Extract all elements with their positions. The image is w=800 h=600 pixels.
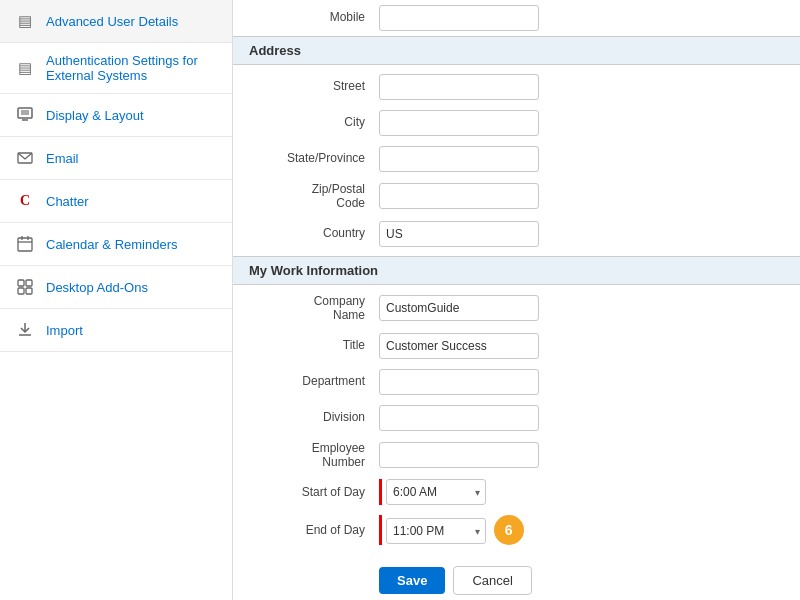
svg-rect-1 — [21, 110, 29, 115]
street-row: Street — [233, 69, 800, 105]
sidebar-item-label: Calendar & Reminders — [46, 237, 178, 252]
auth-icon: ▤ — [14, 57, 36, 79]
employee-number-input[interactable] — [379, 442, 539, 468]
country-input[interactable] — [379, 221, 539, 247]
end-of-day-select-wrapper: 5:00 PM 6:00 PM 8:00 PM 10:00 PM 11:00 P… — [386, 518, 486, 544]
end-of-day-wrapper: 5:00 PM 6:00 PM 8:00 PM 10:00 PM 11:00 P… — [379, 515, 524, 545]
state-province-row: State/Province — [233, 141, 800, 177]
city-input[interactable] — [379, 110, 539, 136]
svg-rect-9 — [26, 280, 32, 286]
sidebar-item-desktop-add-ons[interactable]: Desktop Add-Ons — [0, 266, 232, 309]
company-name-label: CompanyName — [249, 294, 379, 323]
division-label: Division — [249, 410, 379, 426]
svg-rect-8 — [18, 280, 24, 286]
mobile-label: Mobile — [249, 10, 379, 26]
zip-input[interactable] — [379, 183, 539, 209]
address-form: Street City State/Province Zip/PostalCod… — [233, 65, 800, 256]
start-of-day-select-wrapper: 6:00 AM 7:00 AM 8:00 AM 9:00 AM ▾ — [386, 479, 486, 505]
sidebar-item-import[interactable]: Import — [0, 309, 232, 352]
svg-rect-4 — [18, 238, 32, 251]
sidebar-item-advanced-user-details[interactable]: ▤ Advanced User Details — [0, 0, 232, 43]
import-icon — [14, 319, 36, 341]
chatter-icon: C — [14, 190, 36, 212]
main-content: Mobile Address Street City State/Provinc… — [233, 0, 800, 600]
desktop-add-ons-icon — [14, 276, 36, 298]
street-label: Street — [249, 79, 379, 95]
sidebar-item-authentication-settings[interactable]: ▤ Authentication Settings for External S… — [0, 43, 232, 94]
division-input[interactable] — [379, 405, 539, 431]
sidebar-item-calendar-reminders[interactable]: Calendar & Reminders — [0, 223, 232, 266]
step-badge-6: 6 — [494, 515, 524, 545]
sidebar-item-label: Authentication Settings for External Sys… — [46, 53, 218, 83]
start-of-day-select[interactable]: 6:00 AM 7:00 AM 8:00 AM 9:00 AM — [386, 479, 486, 505]
end-of-day-label: End of Day — [249, 523, 379, 539]
calendar-icon — [14, 233, 36, 255]
work-info-form: CompanyName Title Department Division Em… — [233, 285, 800, 555]
sidebar-item-label: Desktop Add-Ons — [46, 280, 148, 295]
button-row: Save Cancel — [233, 554, 800, 600]
email-icon — [14, 147, 36, 169]
country-label: Country — [249, 226, 379, 242]
department-row: Department — [233, 364, 800, 400]
sidebar-item-chatter[interactable]: C Chatter — [0, 180, 232, 223]
state-province-input[interactable] — [379, 146, 539, 172]
end-of-day-select[interactable]: 5:00 PM 6:00 PM 8:00 PM 10:00 PM 11:00 P… — [386, 518, 486, 544]
title-label: Title — [249, 338, 379, 354]
end-of-day-row: End of Day 5:00 PM 6:00 PM 8:00 PM 10:00… — [233, 510, 800, 550]
save-button[interactable]: Save — [379, 567, 445, 594]
department-label: Department — [249, 374, 379, 390]
sidebar-item-label: Display & Layout — [46, 108, 144, 123]
department-input[interactable] — [379, 369, 539, 395]
title-row: Title — [233, 328, 800, 364]
start-of-day-wrapper: 6:00 AM 7:00 AM 8:00 AM 9:00 AM ▾ — [379, 479, 486, 505]
address-section-header: Address — [233, 36, 800, 65]
street-input[interactable] — [379, 74, 539, 100]
company-name-row: CompanyName — [233, 289, 800, 328]
state-province-label: State/Province — [249, 151, 379, 167]
zip-row: Zip/PostalCode — [233, 177, 800, 216]
svg-rect-11 — [26, 288, 32, 294]
start-of-day-label: Start of Day — [249, 485, 379, 501]
cancel-button[interactable]: Cancel — [453, 566, 531, 595]
sidebar-item-label: Email — [46, 151, 79, 166]
svg-rect-10 — [18, 288, 24, 294]
mobile-row: Mobile — [233, 0, 800, 36]
sidebar-item-display-layout[interactable]: Display & Layout — [0, 94, 232, 137]
employee-number-row: EmployeeNumber — [233, 436, 800, 475]
mobile-input[interactable] — [379, 5, 539, 31]
user-details-icon: ▤ — [14, 10, 36, 32]
display-icon — [14, 104, 36, 126]
division-row: Division — [233, 400, 800, 436]
sidebar-item-email[interactable]: Email — [0, 137, 232, 180]
company-name-input[interactable] — [379, 295, 539, 321]
city-label: City — [249, 115, 379, 131]
sidebar: ▤ Advanced User Details ▤ Authentication… — [0, 0, 233, 600]
country-row: Country — [233, 216, 800, 252]
sidebar-item-label: Advanced User Details — [46, 14, 178, 29]
work-info-section-header: My Work Information — [233, 256, 800, 285]
city-row: City — [233, 105, 800, 141]
title-input[interactable] — [379, 333, 539, 359]
start-of-day-row: Start of Day 6:00 AM 7:00 AM 8:00 AM 9:0… — [233, 474, 800, 510]
sidebar-item-label: Chatter — [46, 194, 89, 209]
employee-number-label: EmployeeNumber — [249, 441, 379, 470]
zip-label: Zip/PostalCode — [249, 182, 379, 211]
sidebar-item-label: Import — [46, 323, 83, 338]
